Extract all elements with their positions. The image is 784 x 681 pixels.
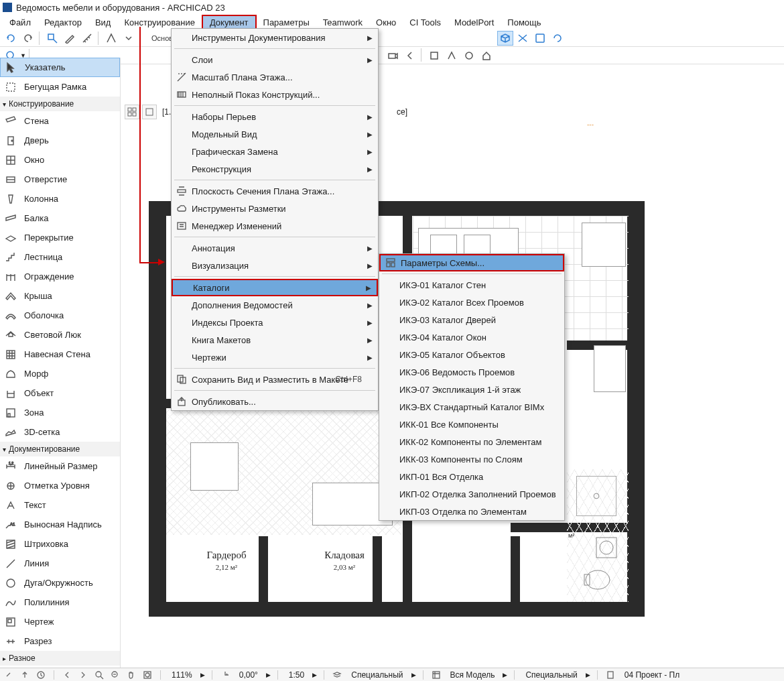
- tab-grid-icon[interactable]: [125, 105, 139, 119]
- zoom-out-icon[interactable]: [3, 670, 15, 680]
- tool-skylight[interactable]: Световой Люк: [0, 325, 120, 345]
- tool-pointer[interactable]: Указатель: [0, 58, 120, 77]
- tool-shell[interactable]: Оболочка: [0, 306, 120, 325]
- tool-morph[interactable]: Морф: [0, 364, 120, 383]
- dd-layers[interactable]: Слои▶: [172, 51, 378, 68]
- redo-icon[interactable]: [20, 31, 36, 46]
- plan-a-icon[interactable]: [426, 48, 442, 63]
- status-tab[interactable]: 04 Проект - Пл: [620, 670, 684, 680]
- camera-icon[interactable]: [385, 48, 401, 63]
- save-icon[interactable]: [532, 31, 548, 46]
- status-angle[interactable]: 0,00°: [235, 670, 262, 680]
- dd-ike-06[interactable]: ИКЭ-06 Ведомость Проемов: [379, 363, 564, 381]
- angle-icon[interactable]: [219, 670, 231, 680]
- menu-citools[interactable]: CI Tools: [403, 16, 448, 29]
- dd-graphic-override[interactable]: Графическая Замена▶: [172, 143, 378, 160]
- tool-arc[interactable]: Дуга/Окружность: [0, 573, 120, 593]
- tool-label[interactable]: A1Выносная Надпись: [0, 515, 120, 534]
- dd-ikk-03[interactable]: ИКК-03 Компоненты по Слоям: [379, 450, 564, 468]
- inspect-icon[interactable]: [44, 31, 60, 46]
- rotate-icon[interactable]: [549, 31, 566, 46]
- left-icon[interactable]: [61, 670, 73, 680]
- dd-layout-book[interactable]: Книга Макетов▶: [172, 331, 378, 349]
- tool-slab[interactable]: Перекрытие: [0, 228, 120, 247]
- dd-save-view[interactable]: Сохранить Вид и Разместить в МакетеCtrl+…: [172, 371, 378, 388]
- menu-teamwork[interactable]: Teamwork: [316, 16, 369, 29]
- tool-beam[interactable]: Балка: [0, 208, 120, 228]
- tool-object[interactable]: Объект: [0, 383, 120, 403]
- tool-railing[interactable]: Ограждение: [0, 267, 120, 286]
- tool-opening[interactable]: Отверстие: [0, 170, 120, 189]
- dd-ike-02[interactable]: ИКЭ-02 Каталог Всех Проемов: [379, 294, 564, 311]
- minus-icon[interactable]: [109, 670, 121, 680]
- status-mode2[interactable]: Вся Модель: [446, 670, 499, 680]
- dd-ikp-03[interactable]: ИКП-03 Отделка по Элементам: [379, 503, 564, 520]
- pen-icon[interactable]: [62, 31, 78, 46]
- status-mode3[interactable]: Специальный: [521, 670, 581, 680]
- layers-status-icon[interactable]: [331, 670, 343, 680]
- status-scale[interactable]: 1:50: [285, 670, 308, 680]
- tool-drawing[interactable]: Чертеж: [0, 612, 120, 631]
- dd-ike-01[interactable]: ИКЭ-01 Каталог Стен: [379, 276, 564, 294]
- model-icon[interactable]: [430, 670, 442, 680]
- tool-roof[interactable]: Крыша: [0, 286, 120, 306]
- dd-ikk-02[interactable]: ИКК-02 Компоненты по Элементам: [379, 433, 564, 450]
- fit-icon[interactable]: [141, 670, 153, 680]
- menu-view[interactable]: Вид: [88, 16, 118, 29]
- tool-polyline[interactable]: Полилиния: [0, 593, 120, 612]
- tool-section[interactable]: Разрез: [0, 631, 120, 651]
- tool-mesh[interactable]: 3D-сетка: [0, 422, 120, 442]
- right-icon[interactable]: [77, 670, 89, 680]
- menu-file[interactable]: Файл: [3, 16, 38, 29]
- tab-plan-icon[interactable]: [142, 105, 157, 119]
- plan-b-icon[interactable]: [444, 48, 460, 63]
- home-icon[interactable]: [478, 48, 495, 63]
- up-icon[interactable]: [19, 670, 31, 680]
- tool-zone[interactable]: Зона: [0, 403, 120, 422]
- tool-stair[interactable]: Лестница: [0, 247, 120, 267]
- dd-cut-plane[interactable]: Плоскость Сечения Плана Этажа...: [172, 182, 378, 200]
- tool-line[interactable]: Линия: [0, 554, 120, 573]
- group-documentation[interactable]: ▾Документирование: [0, 442, 120, 456]
- dd-doc-tools[interactable]: Инструменты Документирования▶: [172, 29, 378, 46]
- tool-level[interactable]: Отметка Уровня: [0, 476, 120, 495]
- status-zoom[interactable]: 111%: [168, 670, 196, 680]
- dd-ikp-01[interactable]: ИКП-01 Вся Отделка: [379, 468, 564, 485]
- dd-visualization[interactable]: Визуализация▶: [172, 257, 378, 274]
- dd-ike-07[interactable]: ИКЭ-07 Экспликация 1-й этаж: [379, 381, 564, 398]
- history-icon[interactable]: [35, 670, 47, 680]
- menu-parameters[interactable]: Параметры: [257, 16, 316, 29]
- undo-icon[interactable]: [3, 31, 19, 46]
- menu-modelport[interactable]: ModelPort: [448, 16, 501, 29]
- dd-partial-display[interactable]: Неполный Показ Конструкций...: [172, 86, 378, 103]
- dd-ikp-02[interactable]: ИКП-02 Отделка Заполнений Проемов: [379, 485, 564, 503]
- dd-ike-05[interactable]: ИКЭ-05 Каталог Объектов: [379, 346, 564, 363]
- menu-help[interactable]: Помощь: [501, 16, 547, 29]
- section-icon[interactable]: [515, 31, 531, 46]
- dd-publish[interactable]: Опубликовать...: [172, 393, 378, 410]
- doc-icon[interactable]: [604, 670, 616, 680]
- nav-left-icon[interactable]: [402, 48, 418, 63]
- tool-column[interactable]: Колонна: [0, 189, 120, 208]
- constrain-icon[interactable]: [103, 31, 119, 46]
- menu-construction[interactable]: Конструирование: [117, 16, 201, 29]
- tool-wall[interactable]: Стена: [0, 111, 120, 131]
- dd-project-indexes[interactable]: Индексы Проекта▶: [172, 314, 378, 331]
- tool-curtain-wall[interactable]: Навесная Стена: [0, 345, 120, 364]
- dd-ikk-01[interactable]: ИКК-01 Все Компоненты: [379, 416, 564, 433]
- tool-dimension[interactable]: 1,2Линейный Размер: [0, 456, 120, 476]
- tool-text[interactable]: Текст: [0, 495, 120, 515]
- plan-c-icon[interactable]: [461, 48, 477, 63]
- dd-schedules[interactable]: Каталоги▶: [172, 279, 378, 296]
- dd-floor-scale[interactable]: Масштаб Плана Этажа...: [172, 68, 378, 86]
- group-construction[interactable]: ▾Конструирование: [0, 97, 120, 111]
- hand-icon[interactable]: [125, 670, 137, 680]
- dd-model-view[interactable]: Модельный Вид▶: [172, 125, 378, 143]
- dd-ike-04[interactable]: ИКЭ-04 Каталог Окон: [379, 328, 564, 346]
- measure-icon[interactable]: [79, 31, 95, 46]
- tool-window[interactable]: Окно: [0, 150, 120, 170]
- 3d-cube-icon[interactable]: [497, 31, 513, 46]
- dd-drawings[interactable]: Чертежи▶: [172, 349, 378, 366]
- dd-scheme-settings[interactable]: Параметры Схемы...: [379, 254, 564, 271]
- group-misc[interactable]: ▸Разное: [0, 651, 120, 666]
